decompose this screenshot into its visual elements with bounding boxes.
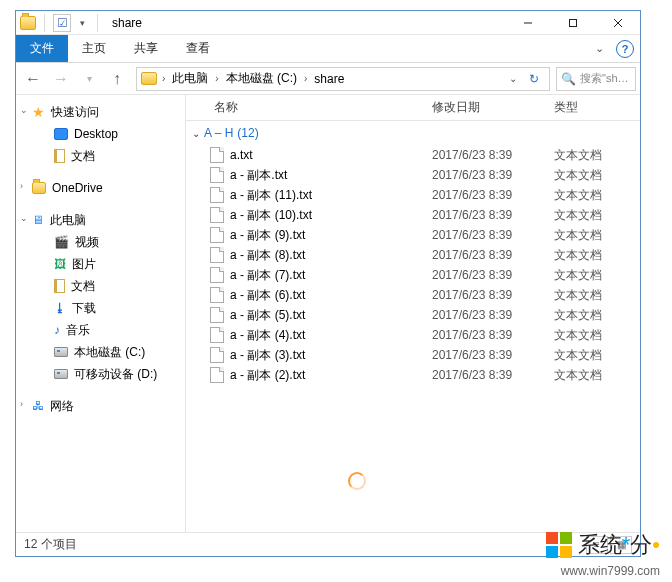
file-tab[interactable]: 文件	[16, 35, 68, 62]
file-date: 2017/6/23 8:39	[432, 208, 554, 222]
network-icon: 🖧	[32, 399, 44, 413]
file-row[interactable]: a - 副本 (7).txt2017/6/23 8:39文本文档	[186, 265, 640, 285]
back-button[interactable]: ←	[20, 67, 46, 91]
group-header[interactable]: ⌄ A – H (12)	[186, 121, 640, 145]
file-type: 文本文档	[554, 167, 624, 184]
file-type: 文本文档	[554, 247, 624, 264]
up-button[interactable]: ↑	[104, 67, 130, 91]
file-tab-label: 文件	[30, 40, 54, 57]
tree-item-this-pc[interactable]: ⌄ 🖥 此电脑	[18, 209, 183, 231]
help-icon[interactable]: ?	[616, 40, 634, 58]
file-row[interactable]: a - 副本 (8).txt2017/6/23 8:39文本文档	[186, 245, 640, 265]
tree-item-quick-access[interactable]: ⌄ ★ 快速访问	[18, 101, 183, 123]
tree-label: OneDrive	[52, 181, 103, 195]
breadcrumb-segment[interactable]: 本地磁盘 (C:)	[222, 70, 301, 87]
text-file-icon	[210, 347, 224, 363]
chevron-right-icon[interactable]: ›	[20, 399, 23, 409]
file-name: a - 副本 (6).txt	[230, 287, 305, 304]
maximize-button[interactable]	[550, 12, 595, 34]
forward-button[interactable]: →	[48, 67, 74, 91]
tree-label: 快速访问	[51, 104, 99, 121]
file-type: 文本文档	[554, 307, 624, 324]
address-bar[interactable]: › 此电脑 › 本地磁盘 (C:) › share ⌄ ↻	[136, 67, 550, 91]
chevron-right-icon[interactable]: ›	[213, 73, 220, 84]
text-file-icon	[210, 167, 224, 183]
tree-label: 视频	[75, 234, 99, 251]
address-tools: ⌄ ↻	[507, 68, 545, 90]
window-title: share	[112, 16, 142, 30]
tree-item-pictures[interactable]: 🖼图片	[18, 253, 183, 275]
star-icon: ★	[32, 104, 45, 120]
qat-customize-button[interactable]: ▾	[75, 14, 89, 32]
file-row[interactable]: a - 副本 (11).txt2017/6/23 8:39文本文档	[186, 185, 640, 205]
chevron-down-icon[interactable]: ⌄	[20, 213, 28, 223]
file-row[interactable]: a - 副本 (2).txt2017/6/23 8:39文本文档	[186, 365, 640, 385]
tree-item-documents2[interactable]: 文档	[18, 275, 183, 297]
column-header-type[interactable]: 类型	[554, 99, 624, 116]
download-icon: ⭳	[54, 301, 66, 315]
group-count: (12)	[237, 126, 258, 140]
breadcrumb-segment[interactable]: share	[310, 72, 348, 86]
file-date: 2017/6/23 8:39	[432, 268, 554, 282]
tree-label: 下载	[72, 300, 96, 317]
tree-item-videos[interactable]: 🎬视频	[18, 231, 183, 253]
file-row[interactable]: a - 副本.txt2017/6/23 8:39文本文档	[186, 165, 640, 185]
chevron-right-icon[interactable]: ›	[20, 181, 23, 191]
file-date: 2017/6/23 8:39	[432, 168, 554, 182]
close-button[interactable]	[595, 12, 640, 34]
picture-icon: 🖼	[54, 257, 66, 271]
column-header-name[interactable]: 名称	[186, 99, 432, 116]
window-controls	[505, 12, 640, 34]
breadcrumb-segment[interactable]: 此电脑	[168, 70, 212, 87]
recent-locations-button[interactable]: ▾	[76, 67, 102, 91]
file-date: 2017/6/23 8:39	[432, 248, 554, 262]
history-dropdown-button[interactable]: ⌄	[507, 73, 519, 84]
navbar: ← → ▾ ↑ › 此电脑 › 本地磁盘 (C:) › share ⌄ ↻ 🔍 …	[16, 63, 640, 95]
document-icon	[54, 149, 65, 163]
file-row[interactable]: a - 副本 (9).txt2017/6/23 8:39文本文档	[186, 225, 640, 245]
file-row[interactable]: a - 副本 (4).txt2017/6/23 8:39文本文档	[186, 325, 640, 345]
file-name: a - 副本 (8).txt	[230, 247, 305, 264]
tree-item-removable-d[interactable]: 可移动设备 (D:)	[18, 363, 183, 385]
chevron-right-icon[interactable]: ›	[302, 73, 309, 84]
column-header-date[interactable]: 修改日期	[432, 99, 554, 116]
ribbon-expand-button[interactable]: ⌄	[588, 38, 610, 60]
tree-item-network[interactable]: › 🖧 网络	[18, 395, 183, 417]
file-type: 文本文档	[554, 287, 624, 304]
file-row[interactable]: a.txt2017/6/23 8:39文本文档	[186, 145, 640, 165]
file-list[interactable]: ⌄ A – H (12) a.txt2017/6/23 8:39文本文档a - …	[186, 121, 640, 532]
tab-share[interactable]: 共享	[120, 35, 172, 62]
document-icon	[54, 279, 65, 293]
file-date: 2017/6/23 8:39	[432, 148, 554, 162]
tree-item-downloads[interactable]: ⭳下载	[18, 297, 183, 319]
file-row[interactable]: a - 副本 (3).txt2017/6/23 8:39文本文档	[186, 345, 640, 365]
file-name: a - 副本 (7).txt	[230, 267, 305, 284]
tree-item-music[interactable]: ♪音乐	[18, 319, 183, 341]
file-row[interactable]: a - 副本 (5).txt2017/6/23 8:39文本文档	[186, 305, 640, 325]
file-row[interactable]: a - 副本 (6).txt2017/6/23 8:39文本文档	[186, 285, 640, 305]
tree-label: 文档	[71, 278, 95, 295]
navigation-pane[interactable]: ⌄ ★ 快速访问 Desktop 文档 › OneDrive	[16, 95, 186, 532]
tree-item-documents[interactable]: 文档	[18, 145, 183, 167]
qat-properties-button[interactable]: ☑	[53, 14, 71, 32]
minimize-button[interactable]	[505, 12, 550, 34]
tab-home[interactable]: 主页	[68, 35, 120, 62]
text-file-icon	[210, 187, 224, 203]
file-row[interactable]: a - 副本 (10).txt2017/6/23 8:39文本文档	[186, 205, 640, 225]
refresh-button[interactable]: ↻	[523, 68, 545, 90]
text-file-icon	[210, 247, 224, 263]
tab-label: 主页	[82, 40, 106, 57]
text-file-icon	[210, 307, 224, 323]
tree-item-local-disk-c[interactable]: 本地磁盘 (C:)	[18, 341, 183, 363]
tree-item-onedrive[interactable]: › OneDrive	[18, 177, 183, 199]
tree-item-desktop[interactable]: Desktop	[18, 123, 183, 145]
text-file-icon	[210, 287, 224, 303]
chevron-down-icon[interactable]: ⌄	[192, 128, 200, 139]
tree-label: 图片	[72, 256, 96, 273]
tab-view[interactable]: 查看	[172, 35, 224, 62]
search-box[interactable]: 🔍 搜索"sha...	[556, 67, 636, 91]
tree-label: 可移动设备 (D:)	[74, 366, 157, 383]
chevron-right-icon[interactable]: ›	[160, 73, 167, 84]
chevron-down-icon[interactable]: ⌄	[20, 105, 28, 115]
watermark-text: 系统*分•	[578, 530, 660, 560]
